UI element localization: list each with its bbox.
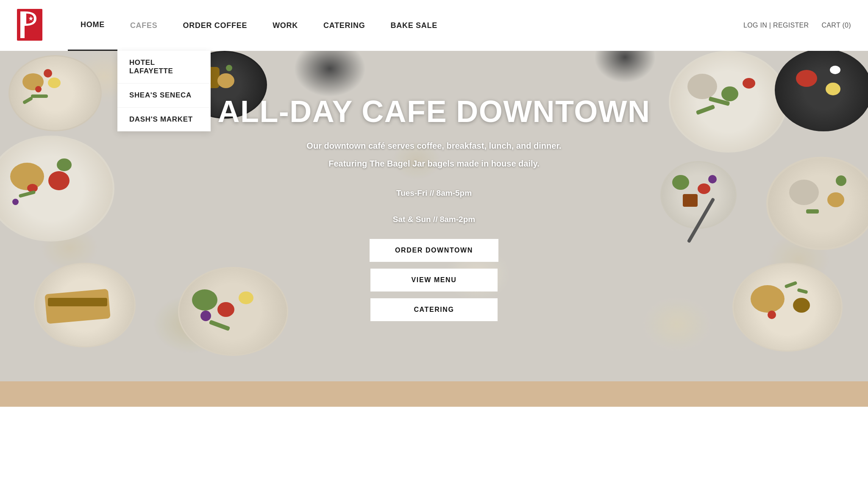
- logo[interactable]: [17, 9, 42, 42]
- nav-right: LOG IN | REGISTER CART (0): [743, 22, 851, 29]
- hero-title: ALL-DAY CAFE DOWNTOWN: [218, 94, 651, 129]
- catering-button[interactable]: CATERING: [370, 298, 498, 321]
- navbar: HOME CAFES HOTEL LAFAYETTE SHEA'S SENECA…: [0, 0, 868, 51]
- order-downtown-button[interactable]: ORDER DOWNTOWN: [370, 239, 498, 262]
- hero-subtitle-line1: Our downtown café serves coffee, breakfa…: [306, 139, 561, 153]
- dropdown-item-dashs-market[interactable]: DASH'S MARKET: [117, 108, 211, 131]
- bottom-bar: [0, 381, 868, 407]
- nav-cafes-wrapper: CAFES HOTEL LAFAYETTE SHEA'S SENECA DASH…: [117, 0, 170, 51]
- nav-item-cafes[interactable]: CAFES: [117, 0, 170, 51]
- nav-item-work[interactable]: WORK: [260, 0, 311, 51]
- nav-links: HOME CAFES HOTEL LAFAYETTE SHEA'S SENECA…: [68, 0, 743, 51]
- nav-item-catering[interactable]: CATERING: [311, 0, 378, 51]
- hero-subtitle-line2: Featuring The Bagel Jar bagels made in h…: [328, 157, 540, 170]
- cafes-dropdown: HOTEL LAFAYETTE SHEA'S SENECA DASH'S MAR…: [117, 51, 211, 131]
- hero-hours-line1: Tues-Fri // 8am-5pm: [396, 186, 472, 200]
- login-register-link[interactable]: LOG IN | REGISTER: [743, 22, 809, 29]
- nav-item-order-coffee[interactable]: ORDER COFFEE: [170, 0, 260, 51]
- dropdown-item-hotel-lafayette[interactable]: HOTEL LAFAYETTE: [117, 51, 211, 83]
- dropdown-item-sheas-seneca[interactable]: SHEA'S SENECA: [117, 83, 211, 108]
- hero-buttons: ORDER DOWNTOWN VIEW MENU CATERING: [370, 239, 498, 321]
- nav-item-bake-sale[interactable]: BAKE SALE: [378, 0, 450, 51]
- hero-hours-line2: Sat & Sun // 8am-2pm: [393, 213, 475, 226]
- svg-rect-1: [20, 11, 25, 38]
- cart-link[interactable]: CART (0): [821, 22, 851, 29]
- nav-item-home[interactable]: HOME: [68, 0, 117, 51]
- view-menu-button[interactable]: VIEW MENU: [370, 269, 498, 291]
